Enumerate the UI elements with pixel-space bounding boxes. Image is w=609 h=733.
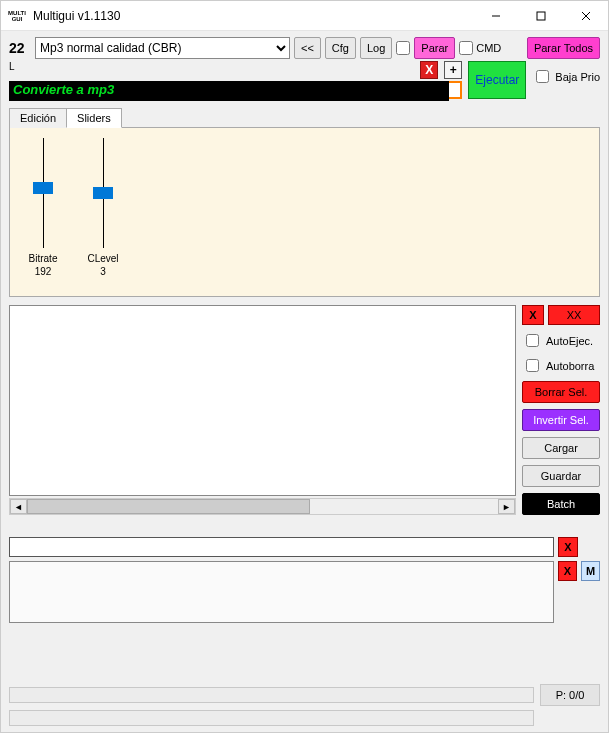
profile-select[interactable]: Mp3 normal calidad (CBR) bbox=[35, 37, 290, 59]
bitrate-slider[interactable] bbox=[33, 138, 53, 248]
mode-letter: L bbox=[9, 61, 31, 72]
autoborra-checkbox[interactable] bbox=[526, 359, 539, 372]
baja-prio-label: Baja Prio bbox=[555, 71, 600, 83]
guardar-button[interactable]: Guardar bbox=[522, 465, 600, 487]
output-textarea[interactable] bbox=[9, 561, 554, 623]
progress-counter: P: 0/0 bbox=[540, 684, 600, 706]
clear-output-button[interactable]: X bbox=[558, 561, 577, 581]
baja-prio-checkbox[interactable] bbox=[536, 70, 549, 83]
cfg-button[interactable]: Cfg bbox=[325, 37, 356, 59]
invertir-sel-button[interactable]: Invertir Sel. bbox=[522, 409, 600, 431]
autoborra-label: Autoborra bbox=[546, 360, 594, 372]
tab-sliders[interactable]: Sliders bbox=[66, 108, 122, 128]
cargar-button[interactable]: Cargar bbox=[522, 437, 600, 459]
clevel-slider[interactable] bbox=[93, 138, 113, 248]
maximize-button[interactable] bbox=[518, 1, 563, 31]
horizontal-scrollbar[interactable]: ◄ ► bbox=[9, 498, 516, 515]
status-banner: Convierte a mp3 bbox=[9, 81, 449, 101]
clear-path-1-button[interactable]: X bbox=[558, 537, 578, 557]
parar-todos-button[interactable]: Parar Todos bbox=[527, 37, 600, 59]
svg-rect-1 bbox=[537, 12, 545, 20]
autoejec-label: AutoEjec. bbox=[546, 335, 593, 347]
window-title: Multigui v1.1130 bbox=[33, 9, 120, 23]
tab-edicion[interactable]: Edición bbox=[9, 108, 67, 128]
bitrate-label: Bitrate 192 bbox=[29, 252, 58, 278]
sliders-panel: Bitrate 192 CLevel 3 bbox=[9, 127, 600, 297]
autoejec-checkbox[interactable] bbox=[526, 334, 539, 347]
counter-label: 22 bbox=[9, 40, 31, 56]
add-sq-button[interactable]: + bbox=[444, 61, 462, 79]
scroll-right-arrow[interactable]: ► bbox=[498, 499, 515, 514]
log-checkbox[interactable] bbox=[396, 41, 410, 55]
scroll-left-arrow[interactable]: ◄ bbox=[10, 499, 27, 514]
path-input-1[interactable] bbox=[9, 537, 554, 557]
remove-one-button[interactable]: X bbox=[522, 305, 544, 325]
close-button[interactable] bbox=[563, 1, 608, 31]
cmd-label: CMD bbox=[476, 42, 501, 54]
parar-button[interactable]: Parar bbox=[414, 37, 455, 59]
remove-all-button[interactable]: XX bbox=[548, 305, 600, 325]
titlebar: MULTI GUI Multigui v1.1130 bbox=[1, 1, 608, 31]
delete-sq-button[interactable]: X bbox=[420, 61, 438, 79]
prev-button[interactable]: << bbox=[294, 37, 321, 59]
borrar-sel-button[interactable]: Borrar Sel. bbox=[522, 381, 600, 403]
cmd-checkbox[interactable] bbox=[459, 41, 473, 55]
progress-bar-1 bbox=[9, 687, 534, 703]
app-icon: MULTI GUI bbox=[7, 6, 27, 26]
batch-button[interactable]: Batch bbox=[522, 493, 600, 515]
progress-bar-2 bbox=[9, 710, 534, 726]
file-list[interactable] bbox=[9, 305, 516, 496]
m-button[interactable]: M bbox=[581, 561, 600, 581]
clevel-label: CLevel 3 bbox=[87, 252, 118, 278]
minimize-button[interactable] bbox=[473, 1, 518, 31]
log-button[interactable]: Log bbox=[360, 37, 392, 59]
ejecutar-button[interactable]: Ejecutar bbox=[468, 61, 526, 99]
